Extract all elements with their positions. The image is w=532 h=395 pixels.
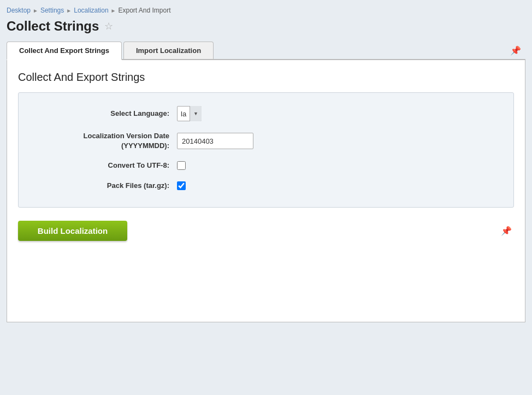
breadcrumb-localization[interactable]: Localization: [74, 7, 108, 14]
page-wrapper: Desktop ► Settings ► Localization ► Expo…: [0, 0, 532, 395]
language-select-wrapper: la en de fr es: [177, 106, 202, 121]
pin-icon-top[interactable]: 📌: [510, 45, 521, 56]
form-box: Select Language: la en de fr es: [18, 92, 514, 208]
language-row: Select Language: la en de fr es: [35, 106, 497, 121]
version-date-input[interactable]: [177, 133, 253, 149]
page-title: Collect Strings: [7, 19, 99, 34]
breadcrumb-sep-3: ►: [111, 8, 116, 14]
tab-collect-export[interactable]: Collect And Export Strings: [7, 42, 122, 60]
breadcrumb-sep-2: ►: [66, 8, 72, 14]
pack-files-control: [177, 181, 186, 190]
breadcrumb-sep-1: ►: [33, 8, 38, 14]
language-label: Select Language:: [35, 109, 177, 119]
language-control: la en de fr es: [177, 106, 202, 121]
build-localization-button[interactable]: Build Localization: [18, 221, 127, 241]
favorite-star-icon[interactable]: ☆: [104, 20, 113, 32]
pin-icon-bottom[interactable]: 📌: [501, 226, 514, 236]
breadcrumb-desktop[interactable]: Desktop: [7, 7, 31, 14]
breadcrumb-export-import: Export And Import: [118, 7, 170, 14]
pack-files-label: Pack Files (tar.gz):: [35, 181, 177, 191]
breadcrumb-settings[interactable]: Settings: [40, 7, 64, 14]
version-date-row: Localization Version Date(YYYYMMDD):: [35, 131, 497, 151]
page-title-row: Collect Strings ☆: [7, 19, 525, 34]
language-select[interactable]: la en de fr es: [177, 106, 202, 121]
pack-files-row: Pack Files (tar.gz):: [35, 181, 497, 191]
convert-utf8-label: Convert To UTF-8:: [35, 161, 177, 170]
tabs-container: Collect And Export Strings Import Locali…: [7, 40, 525, 60]
version-date-control: [177, 133, 253, 149]
pack-files-checkbox[interactable]: [177, 181, 186, 190]
breadcrumb: Desktop ► Settings ► Localization ► Expo…: [7, 4, 525, 19]
tab-import-localization[interactable]: Import Localization: [123, 42, 214, 59]
convert-utf8-control: [177, 161, 186, 170]
version-date-label: Localization Version Date(YYYYMMDD):: [35, 131, 177, 151]
section-title: Collect And Export Strings: [18, 71, 514, 84]
convert-utf8-row: Convert To UTF-8:: [35, 161, 497, 170]
convert-utf8-checkbox[interactable]: [177, 161, 186, 170]
bottom-row: Build Localization 📌: [18, 219, 514, 241]
main-panel: Collect And Export Strings Select Langua…: [7, 60, 525, 322]
